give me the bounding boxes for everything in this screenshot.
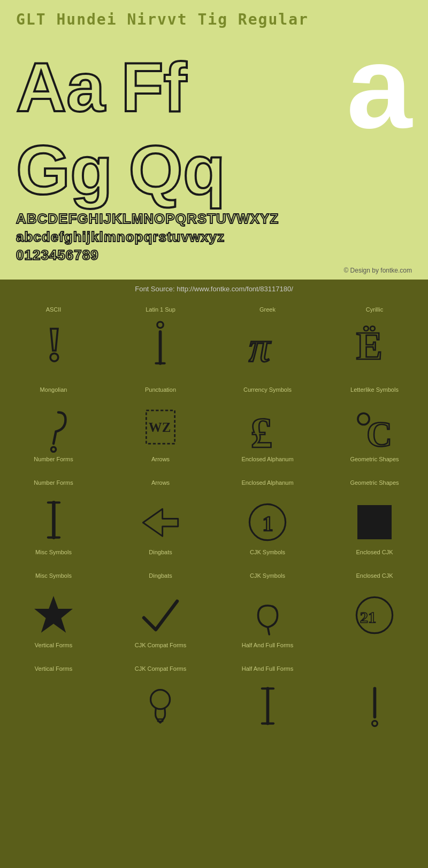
svg-text:π: π	[249, 323, 271, 368]
glyph-cell-empty	[321, 657, 428, 676]
glyph-cell-circled21: 21	[321, 583, 428, 657]
glyph-caption-ascii-bottom: Mongolian	[40, 386, 67, 393]
glyph-symbol-bar	[243, 681, 292, 735]
glyph-cell-currency-sym: £ Enclosed Alphanum	[214, 397, 321, 471]
glyph-label-cjk-compat: CJK Compat Forms	[135, 642, 187, 648]
cap-enclosed: Enclosed Alphanum	[241, 479, 293, 486]
cap-numberforms: Number Forms	[34, 479, 73, 486]
svg-text:C: C	[366, 414, 392, 453]
glyph-cell-punctuation-label: Punctuation	[107, 378, 214, 397]
glyph-cell-ascii: ASCII !	[0, 301, 107, 378]
glyph-label-enclosed-cjk: Enclosed CJK	[356, 549, 393, 555]
svg-marker-15	[143, 509, 178, 536]
glyph-cell-greek: Greek π	[214, 301, 321, 378]
cap-halffull: Half And Full Forms	[242, 665, 294, 672]
cap-cjk: CJK Symbols	[250, 572, 285, 579]
glyph-cell-half-full: Half And Full Forms	[214, 583, 321, 657]
big-a-white: a	[305, 34, 412, 141]
glyph-symbol-half-full	[243, 588, 292, 642]
alphabet-section: ABCDEFGHIJKLMNOPQRSTUVWXYZ abcdefghijklm…	[16, 210, 412, 264]
font-source: Font Source: http://www.fontke.com/font/…	[0, 285, 428, 293]
glyph-symbol-misc	[29, 495, 78, 549]
glyph-symbol-mongolian	[29, 402, 78, 456]
svg-text:WZ: WZ	[149, 420, 171, 435]
letter-Ff: Ff	[121, 52, 187, 122]
glyph-cell-misc: Misc Symbols	[0, 490, 107, 564]
alphabet-lower: abcdefghijklmnopqrstuvwxyz	[16, 228, 412, 246]
glyph-label-vertical: Vertical Forms	[35, 642, 72, 648]
svg-marker-19	[34, 596, 73, 633]
svg-text:21: 21	[360, 609, 376, 627]
glyph-label-half-full: Half And Full Forms	[242, 642, 294, 648]
glyph-label-latin: Latin 1 Sup	[146, 306, 175, 313]
glyph-cell-mongolian-sym: Number Forms	[0, 397, 107, 471]
glyph-symbol-enclosed-cjk	[350, 495, 399, 549]
svg-text:1: 1	[262, 511, 273, 536]
glyph-caption-cyrillic-bottom: Letterlike Symbols	[350, 386, 399, 393]
glyph-cell-enclosed-cap: Enclosed Alphanum	[214, 471, 321, 490]
glyph-cell-cjk: 1 CJK Symbols	[214, 490, 321, 564]
glyph-label-greek: Greek	[259, 306, 276, 313]
glyph-symbol-dingbats	[136, 495, 185, 549]
glyph-cell-geoshapes-cap: Geometric Shapes	[321, 471, 428, 490]
glyph-cell-cyrillic: Cyrillic Ë	[321, 301, 428, 378]
glyph-cell-bottom1	[0, 676, 107, 739]
svg-text:£: £	[251, 409, 273, 454]
glyph-cell-halfull-cap: Half And Full Forms	[214, 657, 321, 676]
glyph-cell-mongolian: Mongolian	[0, 378, 107, 397]
glyph-label-cyrillic: Cyrillic	[366, 306, 383, 313]
cap-encjk: Enclosed CJK	[356, 572, 393, 579]
glyph-label-mongolian: Number Forms	[34, 456, 73, 462]
top-preview-section: GLT Hundei Nirvvt Tig Regular Aa Ff a Gg…	[0, 0, 428, 280]
bottom-section: Font Source: http://www.fontke.com/font/…	[0, 280, 428, 745]
glyph-cell-cjk-compat: CJK Compat Forms	[107, 583, 214, 657]
svg-point-23	[151, 690, 170, 709]
svg-rect-18	[357, 505, 392, 539]
glyph-cell-dingbats-cap: Dingbats	[107, 564, 214, 583]
glyph-symbol-vertical	[29, 588, 78, 642]
letter-Qq: Qq	[129, 135, 226, 205]
glyph-symbol-punctuation: WZ	[136, 402, 185, 456]
glyph-symbol-i	[136, 317, 185, 370]
cap-cjkcompat: CJK Compat Forms	[135, 665, 187, 672]
glyph-label-dingbats: Dingbats	[149, 549, 172, 555]
glyph-symbol-circled21: 21	[350, 588, 399, 642]
glyph-symbol-cjk-compat	[136, 588, 185, 642]
glyph-cell-vertical: Vertical Forms	[0, 583, 107, 657]
glyph-cell-enclosed-cjk: Enclosed CJK	[321, 490, 428, 564]
glyph-caption-latin-bottom: Punctuation	[145, 386, 176, 393]
glyph-cell-numberforms-cap: Number Forms	[0, 471, 107, 490]
big-letters-row1: Aa Ff a	[16, 34, 412, 141]
svg-line-20	[268, 627, 269, 635]
glyph-cell-punctuation-sym: WZ Arrows	[107, 397, 214, 471]
glyph-symbol-exclamation: !	[29, 317, 78, 370]
glyph-cell-cjkcompat-cap: CJK Compat Forms	[107, 657, 214, 676]
svg-point-6	[51, 447, 56, 452]
cap-arrows: Arrows	[151, 479, 170, 486]
glyph-label-punctuation: Arrows	[151, 456, 170, 462]
glyph-cell-encjk-cap: Enclosed CJK	[321, 564, 428, 583]
svg-text:!: !	[47, 320, 63, 368]
glyph-symbol-currency: £	[243, 402, 292, 456]
glyph-cell-currency-label: Currency Symbols	[214, 378, 321, 397]
letter-Gg: Gg	[16, 135, 113, 205]
glyph-cell-latin: Latin 1 Sup	[107, 301, 214, 378]
glyph-cell-dingbats: Dingbats	[107, 490, 214, 564]
svg-point-30	[372, 721, 377, 726]
glyph-cell-bottom-excl	[321, 676, 428, 739]
letter-Aa: Aa	[16, 52, 105, 122]
alphabet-upper: ABCDEFGHIJKLMNOPQRSTUVWXYZ	[16, 210, 412, 228]
cap-misc: Misc Symbols	[35, 572, 72, 579]
glyph-symbol-bottom-excl	[350, 681, 399, 735]
glyph-cell-letterlike-label: Letterlike Symbols	[321, 378, 428, 397]
glyph-label-cjk: CJK Symbols	[250, 549, 285, 555]
glyph-cell-bottom-bar	[214, 676, 321, 739]
glyph-label-currency: Enclosed Alphanum	[241, 456, 293, 462]
glyph-cell-letterlike-sym: C Geometric Shapes	[321, 397, 428, 471]
glyph-grid: ASCII ! Latin 1 Sup Greek	[0, 301, 428, 739]
glyph-label-misc: Misc Symbols	[35, 549, 72, 555]
cap-geoshapes: Geometric Shapes	[350, 479, 399, 486]
cap-dingbats: Dingbats	[149, 572, 172, 579]
copyright: © Design by fontke.com	[16, 267, 412, 274]
glyph-symbol-cjk: 1	[243, 495, 292, 549]
